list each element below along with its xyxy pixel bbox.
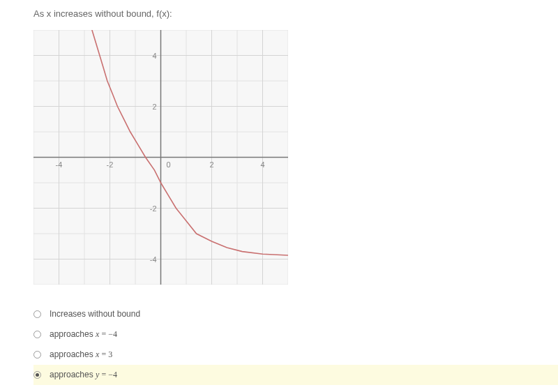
svg-text:0: 0 [167, 160, 171, 169]
option-2[interactable]: approaches x=3 [33, 345, 558, 365]
svg-text:-4: -4 [150, 255, 157, 264]
option-0[interactable]: Increases without bound [33, 304, 558, 324]
question-text: As x increases without bound, f(x): [33, 8, 558, 19]
svg-text:2: 2 [209, 160, 213, 169]
radio-icon [33, 351, 41, 359]
radio-icon [33, 331, 41, 338]
option-label: approaches y=−4 [50, 370, 117, 380]
option-label: Increases without bound [50, 309, 144, 319]
svg-text:-2: -2 [150, 204, 157, 213]
options-group: Increases without bound approaches x=−4 … [33, 304, 558, 385]
function-graph: -4-202442-2-4 [33, 30, 288, 285]
svg-text:4: 4 [260, 160, 264, 169]
svg-text:-2: -2 [107, 160, 114, 169]
svg-text:4: 4 [152, 52, 156, 60]
option-label: approaches x=3 [50, 349, 112, 360]
option-1[interactable]: approaches x=−4 [33, 324, 558, 345]
radio-icon [33, 310, 41, 318]
option-label: approaches x=−4 [50, 329, 117, 340]
svg-text:2: 2 [152, 103, 156, 111]
option-3[interactable]: approaches y=−4 [33, 365, 558, 385]
svg-text:-4: -4 [56, 160, 63, 169]
chart-container: -4-202442-2-4 [33, 30, 288, 285]
radio-icon [33, 371, 41, 379]
